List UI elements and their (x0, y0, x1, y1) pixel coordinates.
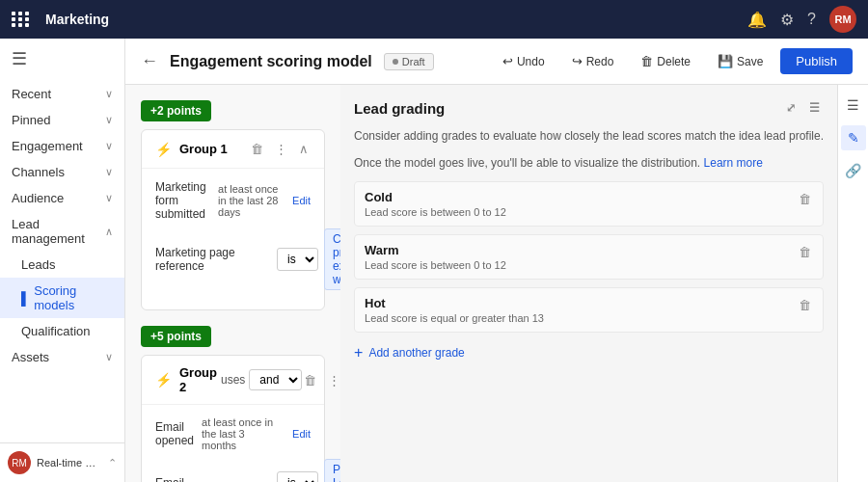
delete-button[interactable]: 🗑 Delete (631, 49, 700, 73)
sidebar-item-engagement[interactable]: Engagement ∨ (0, 133, 124, 159)
save-button[interactable]: 💾 Save (708, 49, 773, 73)
help-icon[interactable]: ? (807, 11, 816, 28)
sidebar-bottom-account[interactable]: RM Real-time marketi... ⌃ (0, 442, 124, 482)
lead-grading-desc1: Consider adding grades to evaluate how c… (354, 127, 824, 145)
panel-icon-list[interactable]: ☰ (841, 93, 866, 118)
sidebar-item-scoring-models[interactable]: ▌ Scoring models (0, 278, 124, 318)
filter-1-label: Marketing page reference (155, 246, 271, 273)
grade-hot-delete[interactable]: 🗑 (797, 296, 813, 314)
grade-hot-info: Hot Lead score is equal or greater than … (365, 296, 797, 324)
lead-grading-desc2: Once the model goes live, you'll be able… (354, 154, 824, 172)
add-grade-button[interactable]: + Add another grade (354, 340, 824, 365)
group-2-more[interactable]: ⋮ (326, 371, 340, 389)
grade-card-warm: Warm Lead score is between 0 to 12 🗑 (354, 234, 824, 280)
filter-1-operator[interactable]: is (277, 248, 318, 271)
content-area: ← Engagement scoring model Draft ↩ Undo … (125, 39, 868, 482)
sidebar-item-pinned[interactable]: Pinned ∨ (0, 107, 124, 133)
user-avatar[interactable]: RM (829, 6, 856, 33)
header-bar: ← Engagement scoring model Draft ↩ Undo … (125, 39, 868, 85)
sidebar-item-channels[interactable]: Channels ∨ (0, 159, 124, 185)
group-1-body: Marketing form submitted at least once i… (142, 169, 324, 309)
chevron-icon: ∨ (105, 114, 113, 126)
group-1-header: ⚡ Group 1 🗑 ⋮ ∧ (142, 130, 324, 169)
redo-icon: ↪ (572, 54, 583, 68)
grade-cold-name: Cold (365, 190, 797, 204)
lead-grading-panel: Lead grading ⤢ ☰ Consider adding grades … (340, 85, 837, 482)
panel-icon-link[interactable]: 🔗 (841, 158, 866, 183)
sidebar-item-recent[interactable]: Recent ∨ (0, 81, 124, 107)
group-1-filter-1: Marketing page reference is Contoso prin… (155, 228, 311, 290)
lead-grading-header: Lead grading ⤢ ☰ (354, 98, 824, 118)
sidebar-avatar: RM (8, 451, 31, 474)
filter-2-value: Printer Launch Newsletter × (324, 459, 340, 482)
undo-icon: ↩ (502, 54, 513, 68)
group-1-delete[interactable]: 🗑 (249, 140, 265, 158)
group-1-condition: Marketing form submitted at least once i… (155, 180, 311, 221)
group-2-logic[interactable]: and or (249, 369, 302, 390)
chevron-icon: ∨ (105, 88, 113, 100)
group-2-points: +5 points (141, 326, 211, 347)
app-logo: Marketing (12, 12, 109, 27)
topbar: Marketing 🔔 ⚙ ? RM (0, 0, 868, 39)
sidebar-item-qualification[interactable]: Qualification (0, 318, 124, 344)
sidebar-item-audience[interactable]: Audience ∨ (0, 185, 124, 211)
group-2-delete[interactable]: 🗑 (302, 371, 318, 389)
grade-warm-desc: Lead score is between 0 to 12 (365, 259, 797, 271)
sidebar-nav: Recent ∨ Pinned ∨ Engagement ∨ Channels … (0, 79, 124, 372)
panel-mode-icon[interactable]: ☰ (804, 98, 824, 118)
group-1-points: +2 points (141, 100, 211, 121)
condition-1-label: Marketing form submitted (155, 180, 210, 221)
hamburger-icon[interactable]: ☰ (0, 39, 124, 79)
sidebar-expand-icon: ⌃ (108, 457, 117, 469)
filter-2-operator[interactable]: is (277, 471, 318, 482)
grade-cold-delete[interactable]: 🗑 (797, 190, 813, 208)
canvas-area: +2 points ⚡ Group 1 🗑 ⋮ ∧ (125, 85, 340, 482)
grade-warm-delete[interactable]: 🗑 (797, 243, 813, 261)
back-button[interactable]: ← (141, 51, 158, 71)
grade-hot-desc: Lead score is equal or greater than 13 (365, 312, 797, 324)
page-title: Engagement scoring model (170, 53, 372, 70)
chevron-icon: ∨ (105, 140, 113, 152)
learn-more-link[interactable]: Learn more (704, 156, 763, 170)
sidebar-item-leads[interactable]: Leads (0, 252, 124, 278)
right-icon-strip: ☰ ✎ 🔗 (837, 85, 868, 482)
group-2-card: ⚡ Group 2 uses and or 🗑 ⋮ ∧ (141, 355, 325, 482)
right-section: Lead grading ⤢ ☰ Consider adding grades … (340, 85, 868, 482)
grade-cold-desc: Lead score is between 0 to 12 (365, 206, 797, 218)
lead-grading-icons: ⤢ ☰ (781, 98, 824, 118)
grid-icon (12, 12, 30, 27)
publish-button[interactable]: Publish (780, 48, 853, 74)
group-2-uses: uses (221, 373, 245, 387)
condition-2-edit[interactable]: Edit (292, 428, 311, 440)
save-icon: 💾 (718, 54, 733, 68)
group-2-condition: Email opened at least once in the last 3… (155, 416, 311, 451)
group-2-filter-1: Email is Printer Launch Newsletter × (155, 459, 311, 482)
panel-icon-edit[interactable]: ✎ (841, 125, 866, 150)
bell-icon[interactable]: 🔔 (747, 11, 767, 29)
undo-button[interactable]: ↩ Undo (493, 49, 555, 73)
chevron-icon: ∨ (105, 166, 113, 178)
grade-cold-info: Cold Lead score is between 0 to 12 (365, 190, 797, 218)
sidebar-item-assets[interactable]: Assets ∨ (0, 344, 124, 370)
group-1-title: Group 1 (179, 142, 249, 156)
group-2-body: Email opened at least once in the last 3… (142, 405, 324, 482)
sidebar-account-label: Real-time marketi... (37, 457, 102, 469)
expand-icon[interactable]: ⤢ (781, 98, 800, 118)
topbar-right: 🔔 ⚙ ? RM (747, 6, 856, 33)
gear-icon[interactable]: ⚙ (780, 11, 794, 29)
group-1-card: ⚡ Group 1 🗑 ⋮ ∧ Marketing form submitted (141, 129, 325, 310)
grade-warm-name: Warm (365, 243, 797, 257)
group-2-title: Group 2 (179, 365, 217, 394)
filter-1-value: Contoso printer exclusive webcast × (324, 228, 340, 290)
delete-icon: 🗑 (640, 54, 653, 68)
status-badge: Draft (384, 53, 434, 70)
group-2-actions: 🗑 ⋮ ∧ (302, 371, 340, 389)
grade-card-cold: Cold Lead score is between 0 to 12 🗑 (354, 181, 824, 227)
condition-2-label: Email opened (155, 420, 194, 447)
group-1-more[interactable]: ⋮ (273, 140, 289, 158)
redo-button[interactable]: ↪ Redo (562, 49, 624, 73)
group-1-collapse[interactable]: ∧ (297, 140, 311, 158)
group-2-header: ⚡ Group 2 uses and or 🗑 ⋮ ∧ (142, 356, 324, 405)
condition-1-edit[interactable]: Edit (292, 195, 311, 206)
sidebar-item-lead-management[interactable]: Lead management ∧ (0, 211, 124, 252)
